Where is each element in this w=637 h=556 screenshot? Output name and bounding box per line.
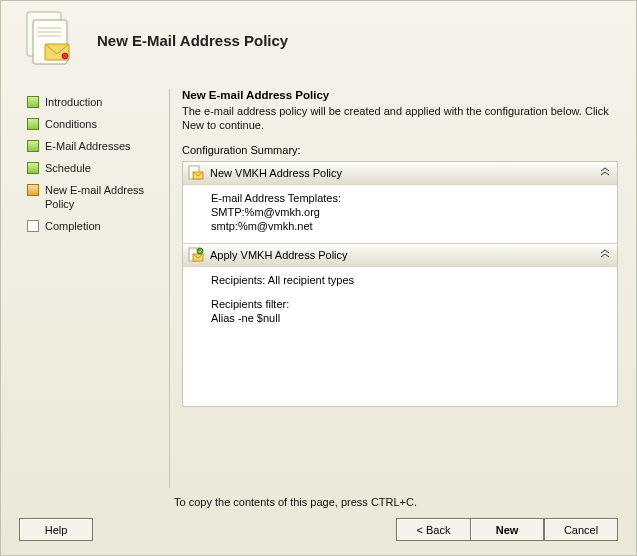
- summary-line: E-mail Address Templates:: [211, 191, 607, 205]
- step-current-icon: [27, 184, 39, 196]
- back-button[interactable]: < Back: [396, 518, 470, 541]
- sidebar-item-schedule: Schedule: [27, 157, 169, 179]
- content-title: New E-mail Address Policy: [182, 89, 618, 101]
- svg-point-11: [197, 248, 203, 254]
- summary-label: Configuration Summary:: [182, 144, 618, 156]
- content: New E-mail Address Policy The e-mail add…: [169, 89, 622, 488]
- cancel-button[interactable]: Cancel: [544, 518, 618, 541]
- content-description: The e-mail address policy will be create…: [182, 104, 618, 132]
- sidebar: Introduction Conditions E-Mail Addresses…: [27, 89, 169, 488]
- group-title: Apply VMKH Address Policy: [210, 249, 599, 261]
- group-body-apply-policy: Recipients: All recipient types Recipien…: [183, 267, 617, 335]
- copy-hint: To copy the contents of this page, press…: [174, 496, 618, 508]
- summary-line: SMTP:%m@vmkh.org: [211, 205, 607, 219]
- sidebar-item-new-email-address-policy: New E-mail Address Policy: [27, 179, 169, 215]
- button-row: Help < Back New Cancel: [19, 518, 618, 541]
- svg-point-6: [62, 53, 68, 59]
- summary-line: Recipients filter:: [211, 297, 607, 311]
- body: Introduction Conditions E-Mail Addresses…: [1, 89, 636, 488]
- help-button[interactable]: Help: [19, 518, 93, 541]
- collapse-icon: [599, 167, 611, 179]
- group-title: New VMKH Address Policy: [210, 167, 599, 179]
- page-title: New E-Mail Address Policy: [97, 32, 288, 49]
- step-done-icon: [27, 118, 39, 130]
- wizard-window: New E-Mail Address Policy Introduction C…: [0, 0, 637, 556]
- step-done-icon: [27, 96, 39, 108]
- apply-policy-icon: [188, 247, 204, 263]
- sidebar-item-completion: Completion: [27, 215, 169, 237]
- summary-line: Recipients: All recipient types: [211, 273, 607, 287]
- header: New E-Mail Address Policy: [1, 1, 636, 89]
- sidebar-item-introduction: Introduction: [27, 91, 169, 113]
- group-header-new-policy[interactable]: New VMKH Address Policy: [183, 162, 617, 185]
- configuration-summary: New VMKH Address Policy E-mail Address T…: [182, 161, 618, 407]
- collapse-icon: [599, 249, 611, 261]
- group-body-new-policy: E-mail Address Templates: SMTP:%m@vmkh.o…: [183, 185, 617, 243]
- step-pending-icon: [27, 220, 39, 232]
- summary-line: smtp:%m@vmkh.net: [211, 219, 607, 233]
- summary-line: Alias -ne $null: [211, 311, 607, 325]
- sidebar-item-conditions: Conditions: [27, 113, 169, 135]
- back-new-group: < Back New: [396, 518, 544, 541]
- group-header-apply-policy[interactable]: Apply VMKH Address Policy: [183, 243, 617, 267]
- policy-icon: [21, 10, 77, 70]
- sidebar-item-email-addresses: E-Mail Addresses: [27, 135, 169, 157]
- step-done-icon: [27, 162, 39, 174]
- policy-small-icon: [188, 165, 204, 181]
- step-done-icon: [27, 140, 39, 152]
- footer: To copy the contents of this page, press…: [1, 488, 636, 555]
- new-button[interactable]: New: [470, 518, 544, 541]
